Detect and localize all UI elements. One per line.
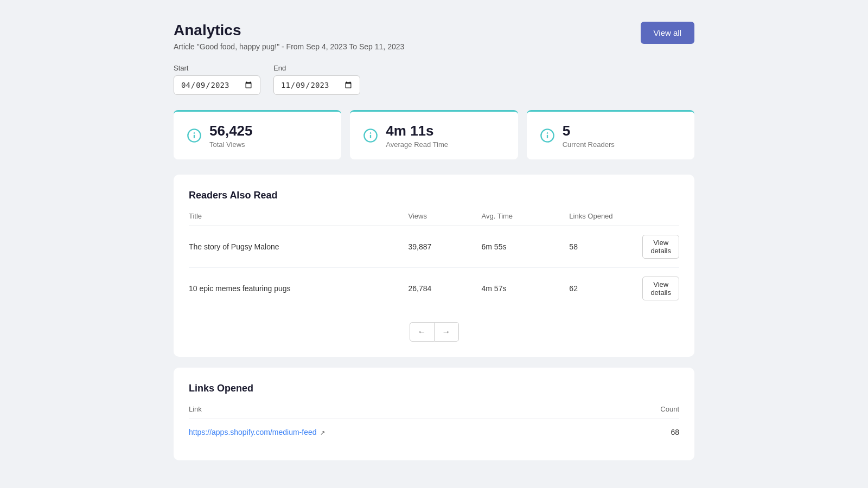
info-icon-total-views — [187, 128, 202, 143]
links-opened-section: Links Opened Link Count https://apps.sho… — [174, 368, 694, 460]
row-title: 10 epic memes featuring pugs — [189, 268, 409, 310]
row-views: 26,784 — [409, 268, 482, 310]
col-header-views: Views — [409, 212, 482, 226]
table-row: https://apps.shopify.com/medium-feed ↗ 6… — [189, 419, 679, 446]
link-url-cell: https://apps.shopify.com/medium-feed ↗ — [189, 419, 620, 446]
stats-row: 56,425 Total Views 4m 11s Average Read T… — [174, 110, 694, 159]
stat-card-avg-read-time: 4m 11s Average Read Time — [350, 110, 518, 159]
col-header-links-opened: Links Opened — [569, 212, 642, 226]
links-opened-table: Link Count https://apps.shopify.com/medi… — [189, 405, 679, 445]
readers-also-read-table: Title Views Avg. Time Links Opened The s… — [189, 212, 679, 309]
col-header-link: Link — [189, 405, 620, 419]
info-icon-avg-read-time — [363, 128, 378, 143]
next-page-button[interactable]: → — [435, 322, 459, 342]
view-details-button-1[interactable]: View details — [642, 277, 679, 300]
view-details-button-0[interactable]: View details — [642, 235, 679, 259]
external-link-icon: ↗ — [320, 429, 325, 436]
current-readers-label: Current Readers — [563, 140, 615, 149]
readers-also-read-section: Readers Also Read Title Views Avg. Time … — [174, 175, 694, 357]
links-opened-title: Links Opened — [189, 383, 679, 394]
col-header-avg-time: Avg. Time — [482, 212, 570, 226]
view-all-button[interactable]: View all — [641, 22, 694, 44]
stat-card-current-readers: 5 Current Readers — [527, 110, 694, 159]
readers-also-read-title: Readers Also Read — [189, 190, 679, 201]
end-date-label: End — [273, 64, 360, 72]
col-header-count: Count — [620, 405, 679, 419]
page-subtitle: Article "Good food, happy pug!" - From S… — [174, 42, 404, 51]
avg-read-time-value: 4m 11s — [386, 123, 448, 139]
page-title: Analytics — [174, 22, 404, 39]
row-action: View details — [642, 268, 679, 310]
col-header-title: Title — [189, 212, 409, 226]
link-count: 68 — [620, 419, 679, 446]
info-icon-current-readers — [540, 128, 555, 143]
row-avg-time: 4m 57s — [482, 268, 570, 310]
table-row: The story of Pugsy Malone 39,887 6m 55s … — [189, 226, 679, 268]
total-views-label: Total Views — [209, 140, 253, 149]
row-action: View details — [642, 226, 679, 268]
row-avg-time: 6m 55s — [482, 226, 570, 268]
avg-read-time-label: Average Read Time — [386, 140, 448, 149]
link-url[interactable]: https://apps.shopify.com/medium-feed — [189, 428, 317, 436]
current-readers-value: 5 — [563, 123, 615, 139]
start-date-label: Start — [174, 64, 260, 72]
start-date-input[interactable] — [174, 75, 260, 95]
table-row: 10 epic memes featuring pugs 26,784 4m 5… — [189, 268, 679, 310]
end-date-input[interactable] — [273, 75, 360, 95]
pagination: ← → — [189, 318, 679, 342]
svg-point-7 — [370, 132, 371, 133]
row-links-opened: 58 — [569, 226, 642, 268]
stat-card-total-views: 56,425 Total Views — [174, 110, 341, 159]
row-title: The story of Pugsy Malone — [189, 226, 409, 268]
total-views-value: 56,425 — [209, 123, 253, 139]
row-views: 39,887 — [409, 226, 482, 268]
svg-point-3 — [194, 132, 195, 133]
svg-point-11 — [546, 132, 547, 133]
col-header-action — [642, 212, 679, 226]
prev-page-button[interactable]: ← — [410, 322, 435, 342]
row-links-opened: 62 — [569, 268, 642, 310]
